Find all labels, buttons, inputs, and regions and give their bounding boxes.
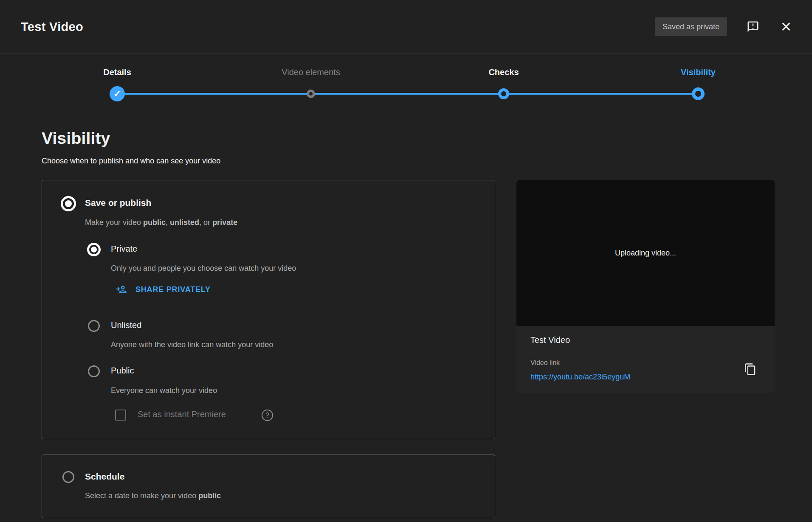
schedule-radio[interactable] [62,471,74,483]
person-add-icon [115,284,128,295]
share-privately-button[interactable]: SHARE PRIVATELY [115,284,211,295]
video-link-url[interactable]: https://youtu.be/ac23i5eyguM [530,373,630,382]
text-segment: Make your video [85,218,143,227]
uploading-status: Uploading video... [615,249,676,258]
video-preview-area: Uploading video... [516,180,775,326]
unlisted-radio[interactable] [88,320,100,332]
public-label: Public [111,366,134,376]
text-segment: , [166,218,170,227]
dialog-title: Test Video [21,0,83,53]
private-label: Private [111,244,137,254]
step-label-details[interactable]: Details [103,67,131,77]
step-circle-details-check-icon[interactable]: ✓ [110,86,125,101]
schedule-label: Schedule [85,471,124,482]
check-icon: ✓ [113,89,121,99]
video-preview-card: Uploading video... Test Video Video link… [516,180,775,393]
dialog-header: Test Video Saved as private × [0,0,812,53]
feedback-glyph [747,20,759,33]
video-title: Test Video [530,335,570,345]
step-circle-video-elements[interactable] [307,90,315,98]
radio-dot [65,200,72,207]
premiere-help-icon[interactable]: ? [262,410,273,421]
header-actions: Saved as private × [655,0,793,53]
text-segment-bold: public [143,218,166,227]
share-privately-label: SHARE PRIVATELY [135,285,211,294]
schedule-section: Schedule Select a date to make your vide… [42,455,495,518]
close-icon[interactable]: × [779,20,793,34]
step-label-visibility[interactable]: Visibility [681,67,716,77]
radio-dot [91,247,97,253]
save-or-publish-description: Make your video public, unlisted, or pri… [85,218,237,227]
text-segment: , or [199,218,212,227]
instant-premiere-checkbox[interactable] [115,410,126,421]
page-subtitle: Choose when to publish and who can see y… [42,157,220,166]
text-segment-bold: public [198,491,221,500]
private-description: Only you and people you choose can watch… [111,264,296,273]
feedback-icon[interactable] [746,20,760,34]
save-or-publish-section: Save or publish Make your video public, … [42,180,495,439]
step-label-checks[interactable]: Checks [488,67,519,77]
step-circle-visibility[interactable] [692,87,705,100]
private-radio[interactable] [87,243,101,256]
public-radio[interactable] [88,365,100,377]
save-or-publish-label: Save or publish [85,198,151,208]
text-segment-bold: unlisted [170,218,199,227]
save-or-publish-radio[interactable] [61,196,76,211]
save-status-badge: Saved as private [655,17,727,36]
step-label-video-elements[interactable]: Video elements [282,67,340,77]
copy-link-icon[interactable] [743,362,758,377]
page-title: Visibility [42,129,110,148]
public-description: Everyone can watch your video [111,386,217,395]
video-link-label: Video link [530,359,560,367]
schedule-description: Select a date to make your video public [85,491,221,500]
text-segment-bold: private [212,218,237,227]
unlisted-label: Unlisted [111,320,141,330]
video-info-panel: Test Video Video link https://youtu.be/a… [516,326,775,393]
stepper-line [117,93,698,95]
instant-premiere-label: Set as instant Premiere [138,410,226,419]
unlisted-description: Anyone with the video link can watch you… [111,340,273,349]
copy-glyph [744,362,757,376]
text-segment: Select a date to make your video [85,491,198,500]
close-glyph: × [781,20,792,34]
step-circle-checks[interactable] [498,88,509,99]
help-glyph: ? [265,412,269,419]
